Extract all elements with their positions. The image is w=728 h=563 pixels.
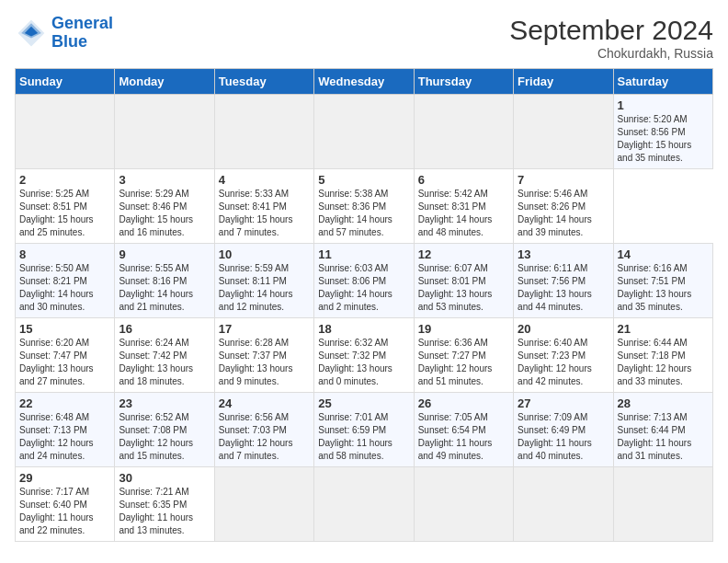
header-monday: Monday: [115, 69, 214, 95]
calendar-cell: 29Sunrise: 7:17 AMSunset: 6:40 PMDayligh…: [16, 467, 115, 542]
day-info: Sunrise: 5:46 AMSunset: 8:26 PMDaylight:…: [518, 189, 592, 237]
calendar-cell: 24Sunrise: 6:56 AMSunset: 7:03 PMDayligh…: [214, 393, 313, 467]
calendar-cell: [214, 467, 313, 542]
calendar-cell: 16Sunrise: 6:24 AMSunset: 7:42 PMDayligh…: [115, 318, 214, 393]
day-info: Sunrise: 5:38 AMSunset: 8:36 PMDaylight:…: [318, 189, 392, 237]
logo: GeneralBlue: [15, 15, 113, 52]
day-info: Sunrise: 6:20 AMSunset: 7:47 PMDaylight:…: [19, 338, 94, 386]
day-number: 27: [518, 396, 609, 410]
day-number: 13: [518, 247, 609, 261]
calendar-cell: 13Sunrise: 6:11 AMSunset: 7:56 PMDayligh…: [514, 244, 613, 318]
calendar-cell: 26Sunrise: 7:05 AMSunset: 6:54 PMDayligh…: [414, 393, 513, 467]
calendar-cell: 2Sunrise: 5:25 AMSunset: 8:51 PMDaylight…: [16, 169, 115, 244]
day-number: 1: [618, 98, 709, 112]
calendar-cell: 15Sunrise: 6:20 AMSunset: 7:47 PMDayligh…: [16, 318, 115, 393]
calendar-cell: 23Sunrise: 6:52 AMSunset: 7:08 PMDayligh…: [115, 393, 214, 467]
day-info: Sunrise: 7:13 AMSunset: 6:44 PMDaylight:…: [618, 412, 692, 461]
calendar-cell: 4Sunrise: 5:33 AMSunset: 8:41 PMDaylight…: [214, 169, 313, 244]
day-number: 28: [618, 396, 709, 410]
calendar-cell: [514, 95, 613, 169]
day-number: 19: [418, 322, 509, 336]
day-info: Sunrise: 7:21 AMSunset: 6:35 PMDaylight:…: [119, 487, 193, 535]
day-info: Sunrise: 6:40 AMSunset: 7:23 PMDaylight:…: [518, 338, 592, 386]
logo-text: GeneralBlue: [51, 15, 113, 52]
calendar-cell: 17Sunrise: 6:28 AMSunset: 7:37 PMDayligh…: [214, 318, 313, 393]
day-info: Sunrise: 5:29 AMSunset: 8:46 PMDaylight:…: [119, 189, 193, 237]
calendar-cell: 6Sunrise: 5:42 AMSunset: 8:31 PMDaylight…: [414, 169, 513, 244]
calendar-cell: [115, 95, 214, 169]
day-number: 25: [318, 396, 409, 410]
calendar-cell: 11Sunrise: 6:03 AMSunset: 8:06 PMDayligh…: [314, 244, 414, 318]
calendar-cell: 14Sunrise: 6:16 AMSunset: 7:51 PMDayligh…: [613, 244, 712, 318]
day-info: Sunrise: 6:11 AMSunset: 7:56 PMDaylight:…: [518, 263, 592, 312]
day-info: Sunrise: 6:52 AMSunset: 7:08 PMDaylight:…: [119, 412, 193, 461]
calendar-cell: [16, 95, 115, 169]
calendar-cell: 30Sunrise: 7:21 AMSunset: 6:35 PMDayligh…: [115, 467, 214, 542]
calendar-week-row: 8Sunrise: 5:50 AMSunset: 8:21 PMDaylight…: [16, 244, 713, 318]
day-number: 14: [618, 247, 709, 261]
calendar-cell: 18Sunrise: 6:32 AMSunset: 7:32 PMDayligh…: [314, 318, 414, 393]
day-number: 10: [219, 247, 310, 261]
day-info: Sunrise: 6:32 AMSunset: 7:32 PMDaylight:…: [318, 338, 392, 386]
calendar-cell: [414, 95, 513, 169]
calendar-week-row: 2Sunrise: 5:25 AMSunset: 8:51 PMDaylight…: [16, 169, 713, 244]
calendar-cell: 5Sunrise: 5:38 AMSunset: 8:36 PMDaylight…: [314, 169, 414, 244]
day-number: 24: [219, 396, 310, 410]
title-block: September 2024 Chokurdakh, Russia: [509, 15, 713, 61]
calendar-week-row: 22Sunrise: 6:48 AMSunset: 7:13 PMDayligh…: [16, 393, 713, 467]
page-title: September 2024: [509, 15, 713, 46]
calendar-cell: [314, 467, 414, 542]
header-sunday: Sunday: [16, 69, 115, 95]
calendar-table: SundayMondayTuesdayWednesdayThursdayFrid…: [15, 68, 713, 542]
calendar-cell: [314, 95, 414, 169]
calendar-cell: [414, 467, 513, 542]
day-info: Sunrise: 5:59 AMSunset: 8:11 PMDaylight:…: [219, 263, 293, 312]
day-number: 12: [418, 247, 509, 261]
header-wednesday: Wednesday: [314, 69, 414, 95]
day-info: Sunrise: 5:20 AMSunset: 8:56 PMDaylight:…: [618, 114, 692, 163]
calendar-cell: 12Sunrise: 6:07 AMSunset: 8:01 PMDayligh…: [414, 244, 513, 318]
day-number: 3: [119, 173, 210, 187]
day-info: Sunrise: 7:09 AMSunset: 6:49 PMDaylight:…: [518, 412, 592, 461]
day-info: Sunrise: 5:42 AMSunset: 8:31 PMDaylight:…: [418, 189, 493, 237]
day-info: Sunrise: 7:05 AMSunset: 6:54 PMDaylight:…: [418, 412, 493, 461]
calendar-cell: 1Sunrise: 5:20 AMSunset: 8:56 PMDaylight…: [613, 95, 712, 169]
day-info: Sunrise: 6:44 AMSunset: 7:18 PMDaylight:…: [618, 338, 692, 386]
day-number: 5: [318, 173, 409, 187]
day-info: Sunrise: 6:28 AMSunset: 7:37 PMDaylight:…: [219, 338, 293, 386]
page-header: GeneralBlue September 2024 Chokurdakh, R…: [15, 15, 713, 61]
day-info: Sunrise: 5:55 AMSunset: 8:16 PMDaylight:…: [119, 263, 193, 312]
header-friday: Friday: [514, 69, 613, 95]
calendar-cell: 10Sunrise: 5:59 AMSunset: 8:11 PMDayligh…: [214, 244, 313, 318]
day-number: 11: [318, 247, 409, 261]
day-number: 21: [618, 322, 709, 336]
day-info: Sunrise: 6:16 AMSunset: 7:51 PMDaylight:…: [618, 263, 692, 312]
day-number: 22: [19, 396, 110, 410]
header-saturday: Saturday: [613, 69, 712, 95]
calendar-cell: 19Sunrise: 6:36 AMSunset: 7:27 PMDayligh…: [414, 318, 513, 393]
calendar-cell: 8Sunrise: 5:50 AMSunset: 8:21 PMDaylight…: [16, 244, 115, 318]
calendar-cell: 3Sunrise: 5:29 AMSunset: 8:46 PMDaylight…: [115, 169, 214, 244]
day-number: 23: [119, 396, 210, 410]
calendar-cell: 9Sunrise: 5:55 AMSunset: 8:16 PMDaylight…: [115, 244, 214, 318]
calendar-cell: [514, 467, 613, 542]
day-number: 2: [19, 173, 110, 187]
calendar-cell: 25Sunrise: 7:01 AMSunset: 6:59 PMDayligh…: [314, 393, 414, 467]
day-info: Sunrise: 5:33 AMSunset: 8:41 PMDaylight:…: [219, 189, 293, 237]
day-number: 8: [19, 247, 110, 261]
calendar-week-row: 1Sunrise: 5:20 AMSunset: 8:56 PMDaylight…: [16, 95, 713, 169]
day-info: Sunrise: 6:07 AMSunset: 8:01 PMDaylight:…: [418, 263, 493, 312]
day-number: 9: [119, 247, 210, 261]
day-info: Sunrise: 7:01 AMSunset: 6:59 PMDaylight:…: [318, 412, 392, 461]
calendar-cell: 22Sunrise: 6:48 AMSunset: 7:13 PMDayligh…: [16, 393, 115, 467]
day-number: 29: [19, 471, 110, 485]
calendar-week-row: 15Sunrise: 6:20 AMSunset: 7:47 PMDayligh…: [16, 318, 713, 393]
day-info: Sunrise: 6:24 AMSunset: 7:42 PMDaylight:…: [119, 338, 193, 386]
day-info: Sunrise: 7:17 AMSunset: 6:40 PMDaylight:…: [19, 487, 94, 535]
calendar-week-row: 29Sunrise: 7:17 AMSunset: 6:40 PMDayligh…: [16, 467, 713, 542]
day-info: Sunrise: 6:03 AMSunset: 8:06 PMDaylight:…: [318, 263, 392, 312]
day-number: 7: [518, 173, 609, 187]
calendar-header-row: SundayMondayTuesdayWednesdayThursdayFrid…: [16, 69, 713, 95]
calendar-cell: [613, 467, 712, 542]
calendar-cell: 21Sunrise: 6:44 AMSunset: 7:18 PMDayligh…: [613, 318, 712, 393]
